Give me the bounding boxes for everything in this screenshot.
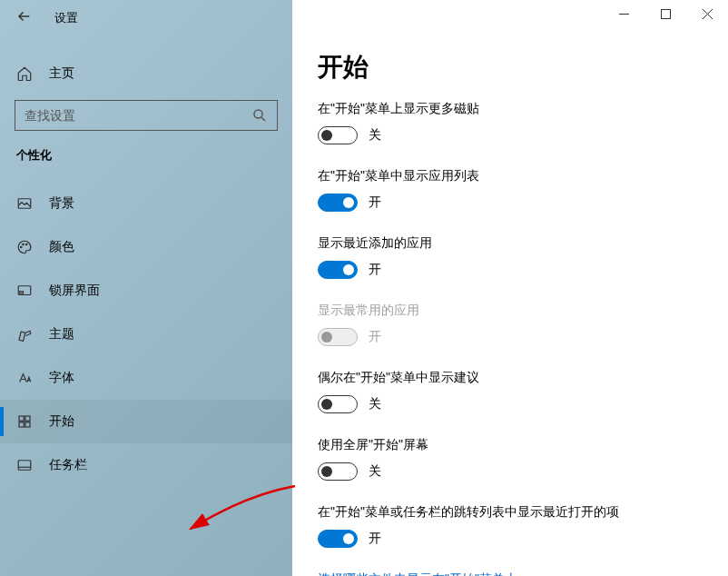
palette-icon — [16, 239, 33, 255]
toggle-app-list[interactable] — [318, 194, 358, 212]
toggle-fullscreen[interactable] — [318, 462, 358, 481]
window-controls — [603, 0, 728, 35]
window-title: 设置 — [54, 10, 78, 26]
close-icon — [703, 9, 713, 19]
choose-folders-link[interactable]: 选择哪些文件夹显示在"开始"菜单上 — [318, 571, 703, 576]
titlebar-right — [292, 0, 728, 35]
setting-label: 显示最近添加的应用 — [318, 235, 703, 252]
svg-rect-6 — [20, 292, 24, 293]
toggle-suggestions[interactable] — [318, 395, 358, 413]
lockscreen-icon — [16, 283, 33, 299]
toggle-state: 开 — [369, 262, 381, 278]
sidebar-item-label: 任务栏 — [49, 457, 87, 473]
taskbar-icon — [16, 457, 33, 473]
sidebar-item-label: 主题 — [49, 326, 74, 343]
svg-rect-8 — [25, 416, 30, 421]
svg-rect-11 — [18, 461, 31, 471]
setting-most-used: 显示最常用的应用 开 — [318, 303, 703, 346]
setting-app-list: 在"开始"菜单中显示应用列表 开 — [318, 168, 703, 212]
toggle-most-used — [318, 328, 358, 346]
svg-rect-9 — [19, 422, 24, 427]
toggle-row: 关 — [318, 126, 703, 144]
toggle-row: 开 — [318, 328, 703, 346]
toggle-jumplist[interactable] — [318, 530, 358, 548]
sidebar: 设置 主页 个性化 背景 颜色 锁屏界面 主题 字体 — [0, 0, 292, 576]
toggle-state: 开 — [369, 329, 381, 345]
toggle-row: 开 — [318, 530, 703, 548]
setting-more-tiles: 在"开始"菜单上显示更多磁贴 关 — [318, 101, 703, 144]
close-button[interactable] — [686, 0, 728, 27]
home-label: 主页 — [49, 65, 74, 82]
setting-fullscreen: 使用全屏"开始"屏幕 关 — [318, 437, 703, 481]
back-button[interactable] — [16, 8, 33, 28]
titlebar-left: 设置 — [0, 0, 292, 36]
nav-list: 背景 颜色 锁屏界面 主题 字体 开始 任务栏 — [0, 182, 292, 487]
setting-suggestions: 偶尔在"开始"菜单中显示建议 关 — [318, 370, 703, 413]
svg-rect-14 — [661, 9, 670, 18]
toggle-recently-added[interactable] — [318, 261, 358, 279]
start-icon — [16, 413, 33, 430]
svg-point-4 — [26, 243, 28, 245]
setting-label: 在"开始"菜单或任务栏的跳转列表中显示最近打开的项 — [318, 504, 703, 521]
setting-label: 在"开始"菜单中显示应用列表 — [318, 168, 703, 184]
toggle-state: 关 — [369, 396, 381, 412]
sidebar-item-colors[interactable]: 颜色 — [0, 225, 292, 269]
toggle-state: 关 — [369, 127, 381, 144]
sidebar-item-label: 锁屏界面 — [49, 283, 100, 299]
toggle-state: 关 — [369, 463, 381, 480]
font-icon — [16, 370, 33, 386]
toggle-row: 开 — [318, 261, 703, 279]
category-label: 个性化 — [0, 131, 292, 169]
main-panel: 开始 在"开始"菜单上显示更多磁贴 关 在"开始"菜单中显示应用列表 开 显示最… — [292, 0, 728, 576]
picture-icon — [16, 195, 33, 212]
toggle-row: 开 — [318, 194, 703, 212]
sidebar-item-taskbar[interactable]: 任务栏 — [0, 443, 292, 487]
toggle-row: 关 — [318, 395, 703, 413]
toggle-more-tiles[interactable] — [318, 126, 358, 144]
sidebar-item-background[interactable]: 背景 — [0, 182, 292, 225]
search-input[interactable] — [25, 108, 251, 123]
svg-point-3 — [23, 243, 25, 245]
annotation-arrow-icon — [292, 482, 300, 536]
svg-point-0 — [254, 110, 262, 118]
minimize-button[interactable] — [603, 0, 644, 27]
sidebar-item-fonts[interactable]: 字体 — [0, 356, 292, 400]
toggle-state: 开 — [369, 531, 381, 547]
setting-label: 显示最常用的应用 — [318, 303, 703, 319]
home-icon — [16, 65, 33, 82]
sidebar-item-label: 字体 — [49, 370, 74, 386]
setting-jumplist: 在"开始"菜单或任务栏的跳转列表中显示最近打开的项 开 — [318, 504, 703, 548]
setting-label: 使用全屏"开始"屏幕 — [318, 437, 703, 453]
setting-label: 偶尔在"开始"菜单中显示建议 — [318, 370, 703, 386]
arrow-left-icon — [16, 8, 33, 25]
maximize-button[interactable] — [644, 0, 686, 27]
content: 开始 在"开始"菜单上显示更多磁贴 关 在"开始"菜单中显示应用列表 开 显示最… — [292, 35, 728, 576]
toggle-state: 开 — [369, 194, 381, 211]
maximize-icon — [661, 9, 671, 19]
search-box[interactable] — [15, 100, 278, 131]
sidebar-item-themes[interactable]: 主题 — [0, 313, 292, 356]
search-icon — [251, 107, 268, 124]
svg-rect-10 — [25, 422, 30, 427]
svg-point-2 — [21, 246, 23, 248]
sidebar-item-lockscreen[interactable]: 锁屏界面 — [0, 269, 292, 313]
setting-recently-added: 显示最近添加的应用 开 — [318, 235, 703, 279]
toggle-row: 关 — [318, 462, 703, 481]
svg-rect-7 — [19, 416, 24, 421]
theme-icon — [16, 326, 33, 343]
page-title: 开始 — [318, 50, 703, 84]
minimize-icon — [619, 9, 629, 19]
sidebar-item-label: 背景 — [49, 195, 74, 212]
sidebar-item-start[interactable]: 开始 — [0, 400, 292, 443]
sidebar-item-label: 开始 — [49, 413, 74, 430]
home-nav[interactable]: 主页 — [0, 56, 292, 91]
setting-label: 在"开始"菜单上显示更多磁贴 — [318, 101, 703, 117]
sidebar-item-label: 颜色 — [49, 239, 74, 255]
